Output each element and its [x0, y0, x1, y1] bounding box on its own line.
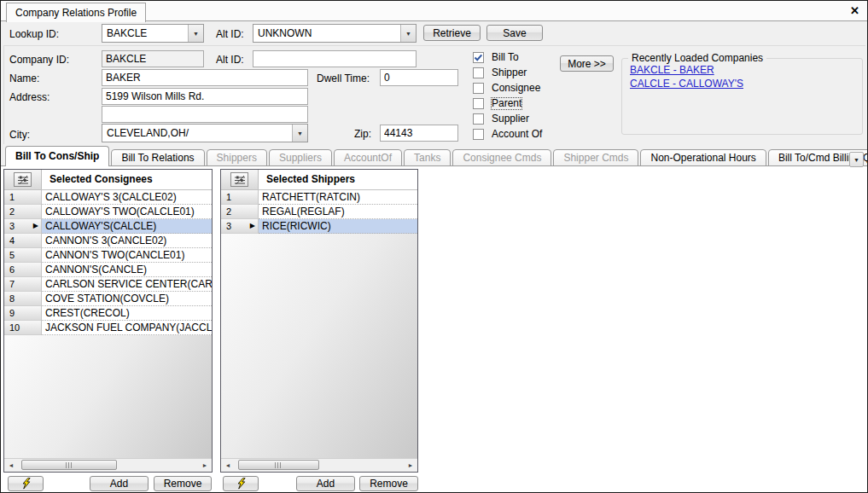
chevron-down-icon: ▼	[853, 157, 859, 163]
tab-non-operational-hours[interactable]: Non-Operational Hours	[640, 149, 766, 166]
shippers-remove-button[interactable]: Remove	[359, 476, 418, 491]
table-row-selected[interactable]: 3▶CALLOWAY'S(CALCLE)	[4, 219, 212, 234]
table-row-selected[interactable]: 3▶RICE(RICWIC)	[221, 219, 417, 234]
table-row[interactable]: 4CANNON'S 3(CANCLE02)	[4, 234, 212, 248]
row-text[interactable]: CANNON'S(CANCLE)	[42, 263, 212, 277]
scroll-left-icon[interactable]: ◄	[222, 460, 234, 471]
row-number[interactable]: 7	[4, 277, 42, 292]
shippers-grid-header: Selected Shippers	[259, 170, 417, 189]
supplier-checkbox-label: Supplier	[492, 113, 529, 125]
row-text[interactable]: CARLSON SERVICE CENTER(CARCLE	[42, 277, 212, 292]
row-text[interactable]: RICE(RICWIC)	[259, 219, 417, 234]
consignees-remove-button[interactable]: Remove	[154, 476, 212, 491]
tab-shippers: Shippers	[207, 149, 267, 166]
save-button[interactable]: Save	[486, 25, 543, 41]
table-row[interactable]: 2REGAL(REGLAF)	[221, 205, 417, 219]
row-number[interactable]: 1	[221, 190, 259, 205]
tab-company-relations-profile[interactable]: Company Relations Profile	[6, 3, 146, 22]
row-text[interactable]: CANNON'S 3(CANCLE02)	[42, 234, 212, 248]
parent-checkbox[interactable]	[473, 98, 484, 109]
tab-bill-to-cons-ship[interactable]: Bill To Cons/Ship	[5, 146, 109, 166]
horizontal-scrollbar[interactable]: ◄ ►	[4, 458, 212, 472]
zip-field[interactable]	[380, 125, 458, 142]
scroll-left-icon[interactable]: ◄	[5, 460, 17, 471]
grid-empty-area	[4, 335, 212, 458]
row-text[interactable]: CREST(CRECOL)	[42, 306, 212, 321]
current-row-marker-icon: ▶	[250, 223, 255, 229]
dwell-time-field[interactable]	[380, 69, 458, 86]
alt-id-combo[interactable]: UNKNOWN ▼	[253, 24, 417, 43]
tab-overflow-button[interactable]: ▼	[849, 152, 864, 167]
table-row[interactable]: 8COVE STATION(COVCLE)	[4, 292, 212, 306]
table-row[interactable]: 7CARLSON SERVICE CENTER(CARCLE	[4, 277, 212, 292]
row-text[interactable]: REGAL(REGLAF)	[259, 205, 417, 219]
tab-shipper-cmds: Shipper Cmds	[553, 149, 638, 166]
row-number[interactable]: 1	[4, 190, 42, 205]
row-text[interactable]: CANNON'S TWO(CANCLE01)	[42, 248, 212, 263]
scrollbar-thumb[interactable]	[21, 460, 117, 470]
account-of-checkbox[interactable]	[473, 129, 484, 140]
chevron-down-icon[interactable]: ▼	[400, 25, 416, 42]
table-row[interactable]: 10JACKSON FUEL COMPANY(JACCLE)	[4, 321, 212, 335]
row-text[interactable]: JACKSON FUEL COMPANY(JACCLE)	[42, 321, 212, 335]
alt-id-field[interactable]	[253, 50, 417, 67]
row-number[interactable]: 2	[221, 205, 259, 219]
thumb-grip-icon	[275, 462, 283, 468]
row-number[interactable]: 9	[4, 306, 42, 321]
recent-company-link[interactable]: CALCLE - CALLOWAY'S	[630, 77, 743, 90]
selected-shippers-grid: Selected Shippers 1RATCHETT(RATCIN) 2REG…	[220, 169, 418, 473]
customize-columns-icon[interactable]	[14, 172, 32, 187]
row-text[interactable]: RATCHETT(RATCIN)	[259, 190, 417, 205]
row-number[interactable]: 5	[4, 248, 42, 263]
thumb-grip-icon	[66, 462, 73, 468]
lookup-id-combo[interactable]: BAKCLE ▼	[102, 24, 204, 43]
chevron-down-icon[interactable]: ▼	[188, 25, 203, 42]
tab-bill-to-relations[interactable]: Bill To Relations	[111, 149, 204, 166]
shippers-add-button[interactable]: Add	[296, 476, 355, 491]
row-number[interactable]: 6	[4, 263, 42, 277]
row-text[interactable]: CALLOWAY'S 3(CALCLE02)	[42, 190, 212, 205]
close-icon[interactable]: ✕	[850, 5, 859, 16]
table-row[interactable]: 1CALLOWAY'S 3(CALCLE02)	[4, 190, 212, 205]
scroll-right-icon[interactable]: ►	[405, 460, 417, 471]
row-number[interactable]: 3▶	[4, 219, 42, 234]
lookup-id-label: Lookup ID:	[9, 28, 59, 40]
row-number[interactable]: 2	[4, 205, 42, 219]
table-row[interactable]: 6CANNON'S(CANCLE)	[4, 263, 212, 277]
scrollbar-thumb[interactable]	[238, 460, 319, 470]
address-line2-field[interactable]	[102, 106, 308, 123]
scroll-right-icon[interactable]: ►	[199, 460, 211, 471]
row-text[interactable]: COVE STATION(COVCLE)	[42, 292, 212, 306]
name-field[interactable]	[102, 69, 308, 86]
table-row[interactable]: 5CANNON'S TWO(CANCLE01)	[4, 248, 212, 263]
row-number[interactable]: 8	[4, 292, 42, 306]
row-text[interactable]: CALLOWAY'S(CALCLE)	[42, 219, 212, 234]
recent-company-link[interactable]: BAKCLE - BAKER	[630, 63, 714, 77]
page-tab-strip: Bill To Cons/Ship Bill To Relations Ship…	[1, 146, 867, 166]
shipper-checkbox[interactable]	[473, 67, 484, 78]
bill-to-checkbox[interactable]	[473, 52, 484, 63]
supplier-checkbox[interactable]	[473, 113, 484, 125]
tab-tanks: Tanks	[404, 149, 451, 166]
consignees-grid-header: Selected Consignees	[42, 170, 212, 189]
chevron-down-icon[interactable]: ▼	[292, 125, 307, 142]
city-combo[interactable]: CLEVELAND,OH/ ▼	[102, 124, 308, 142]
row-number[interactable]: 4	[4, 234, 42, 248]
row-number[interactable]: 3▶	[221, 219, 259, 234]
row-number[interactable]: 10	[4, 321, 42, 335]
consignee-checkbox[interactable]	[473, 83, 484, 94]
consignees-quick-action-button[interactable]	[8, 476, 44, 491]
row-text[interactable]: CALLOWAY'S TWO(CALCLE01)	[42, 205, 212, 219]
table-row[interactable]: 9CREST(CRECOL)	[4, 306, 212, 321]
more-button[interactable]: More >>	[560, 55, 614, 72]
consignees-add-button[interactable]: Add	[90, 476, 149, 491]
checkmark-icon	[474, 53, 483, 62]
table-row[interactable]: 1RATCHETT(RATCIN)	[221, 190, 417, 205]
horizontal-scrollbar[interactable]: ◄ ►	[221, 458, 417, 472]
shippers-quick-action-button[interactable]	[223, 476, 259, 491]
table-row[interactable]: 2CALLOWAY'S TWO(CALCLE01)	[4, 205, 212, 219]
address-line1-field[interactable]	[102, 88, 308, 105]
address-label: Address:	[9, 91, 50, 103]
retrieve-button[interactable]: Retrieve	[423, 25, 481, 41]
customize-columns-icon[interactable]	[230, 172, 248, 187]
